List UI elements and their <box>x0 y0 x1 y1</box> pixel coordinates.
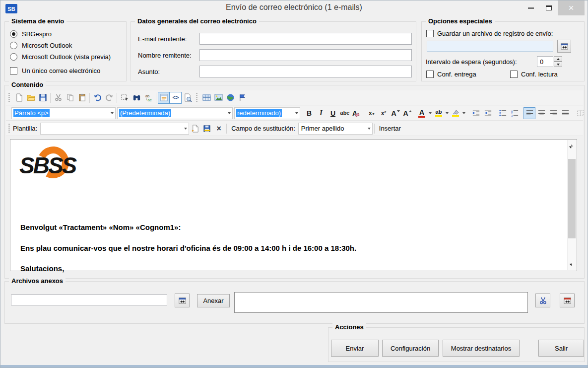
template-save-button[interactable] <box>201 123 213 135</box>
preview-button[interactable] <box>182 92 194 104</box>
close-button[interactable]: × <box>558 0 585 15</box>
chevron-down-icon[interactable] <box>109 107 115 119</box>
editor-scrollbar[interactable] <box>567 140 576 270</box>
align-right-button[interactable] <box>547 107 559 119</box>
numbered-list-button[interactable]: 123 <box>509 107 521 119</box>
anexar-button[interactable]: Anexar <box>197 294 230 307</box>
bullet-list-button[interactable] <box>497 107 509 119</box>
redo-button[interactable] <box>103 92 115 104</box>
open-button[interactable] <box>25 92 37 104</box>
email-remitente-field[interactable] <box>199 33 412 45</box>
toolbar-grip[interactable] <box>8 124 10 134</box>
shrink-font-button[interactable]: A <box>390 107 401 119</box>
fill-color-button[interactable] <box>450 107 461 119</box>
spinner-up-button[interactable] <box>554 56 562 62</box>
font-color-dropdown[interactable] <box>427 107 433 119</box>
font-family-combo[interactable]: (Predeterminada) <box>117 107 233 119</box>
toolbar-grip[interactable] <box>196 93 197 103</box>
new-document-button[interactable] <box>13 92 25 104</box>
align-center-button[interactable] <box>535 107 547 119</box>
select-all-button[interactable] <box>119 92 131 104</box>
single-email-checkbox[interactable] <box>10 67 17 74</box>
email-body-editor[interactable]: SBSS Benvolgut «Tractament» «Nom» «Cogno… <box>10 139 577 271</box>
find-button[interactable] <box>131 92 142 104</box>
paragraph-style-combo[interactable]: Párrafo <p> <box>11 107 116 119</box>
single-email-label[interactable]: Un único correo electrónico <box>22 67 100 74</box>
insert-table-button[interactable] <box>200 92 212 104</box>
underline-button[interactable]: U <box>327 107 339 119</box>
borders-button[interactable] <box>574 107 586 119</box>
align-justify-button[interactable] <box>559 107 571 119</box>
scroll-up-icon[interactable] <box>569 145 573 148</box>
strikethrough-button[interactable]: abe <box>339 107 351 119</box>
salir-button[interactable]: Salir <box>538 340 584 357</box>
design-view-button[interactable] <box>158 92 170 104</box>
html-view-button[interactable]: <> <box>170 92 182 104</box>
configuracion-button[interactable]: Configuración <box>382 340 439 357</box>
nombre-remitente-field[interactable] <box>199 49 412 61</box>
insertar-button[interactable]: Insertar <box>379 125 401 132</box>
template-delete-button[interactable]: × <box>213 123 225 135</box>
italic-button[interactable]: I <box>315 107 327 119</box>
conf-entrega-label[interactable]: Conf. entrega <box>437 71 476 78</box>
chevron-down-icon[interactable] <box>366 123 372 135</box>
intervalo-field[interactable] <box>537 56 553 67</box>
template-new-button[interactable] <box>189 123 201 135</box>
minimize-button[interactable] <box>522 0 540 15</box>
insert-anchor-button[interactable] <box>236 92 248 104</box>
conf-lectura-checkbox[interactable] <box>510 71 518 78</box>
borders-dropdown[interactable] <box>586 107 588 119</box>
radio-sbgespro[interactable] <box>10 30 17 38</box>
scrollbar-thumb[interactable] <box>568 159 576 238</box>
insert-image-button[interactable] <box>212 92 224 104</box>
radio-outlook-preview-label[interactable]: Microsoft Outlook (vista previa) <box>22 53 111 61</box>
spinner-down-button[interactable] <box>554 62 562 67</box>
enviar-button[interactable]: Enviar <box>331 340 379 357</box>
conf-entrega-checkbox[interactable] <box>426 71 434 78</box>
grow-font-button[interactable]: A <box>401 107 413 119</box>
font-color-button[interactable]: A <box>416 107 427 119</box>
bold-button[interactable]: B <box>303 107 315 119</box>
chevron-down-icon[interactable] <box>183 123 189 135</box>
undo-button[interactable] <box>91 92 103 104</box>
replace-button[interactable]: abac <box>142 92 154 104</box>
attachments-list[interactable] <box>234 292 528 313</box>
guardar-registro-checkbox[interactable] <box>426 30 434 37</box>
scroll-down-icon[interactable] <box>569 262 573 266</box>
fill-color-dropdown[interactable] <box>461 107 467 119</box>
attachment-path-field[interactable] <box>11 294 167 305</box>
radio-outlook[interactable] <box>10 42 17 49</box>
radio-sbgespro-label[interactable]: SBGespro <box>22 30 52 38</box>
cut-button[interactable] <box>52 92 64 104</box>
save-button[interactable] <box>37 92 49 104</box>
insert-link-button[interactable] <box>224 92 236 104</box>
radio-outlook-label[interactable]: Microsoft Outlook <box>22 42 72 49</box>
paste-button[interactable] <box>76 92 88 104</box>
campo-sustitucion-combo[interactable]: Primer apellido <box>298 123 373 135</box>
toolbar-grip[interactable] <box>8 93 10 103</box>
browse-log-button[interactable] <box>557 40 571 53</box>
copy-button[interactable] <box>64 92 76 104</box>
asunto-field[interactable] <box>199 66 412 77</box>
clear-attachments-button[interactable] <box>560 294 575 307</box>
outdent-button[interactable] <box>470 107 482 119</box>
indent-button[interactable] <box>482 107 494 119</box>
highlight-dropdown[interactable] <box>444 107 450 119</box>
conf-lectura-label[interactable]: Conf. lectura <box>521 71 558 78</box>
log-path-field[interactable] <box>427 41 553 52</box>
browse-attachment-button[interactable] <box>175 294 190 307</box>
chevron-down-icon[interactable] <box>226 107 232 119</box>
clear-format-button[interactable]: A <box>351 107 363 119</box>
maximize-button[interactable] <box>540 0 558 15</box>
remove-attachment-button[interactable] <box>535 294 550 307</box>
align-left-button[interactable] <box>523 107 535 119</box>
subscript-button[interactable]: x₂ <box>366 107 378 119</box>
plantilla-combo[interactable] <box>40 123 189 135</box>
font-size-combo[interactable]: redeterminado) <box>234 107 300 119</box>
mostrar-destinatarios-button[interactable]: Mostrar destinatarios <box>443 340 520 357</box>
highlight-button[interactable]: ab <box>433 107 444 119</box>
radio-outlook-preview[interactable] <box>10 53 17 61</box>
chevron-down-icon[interactable] <box>294 107 300 119</box>
guardar-registro-label[interactable]: Guardar un archivo de registro de envío: <box>437 30 553 37</box>
superscript-button[interactable]: x² <box>378 107 390 119</box>
